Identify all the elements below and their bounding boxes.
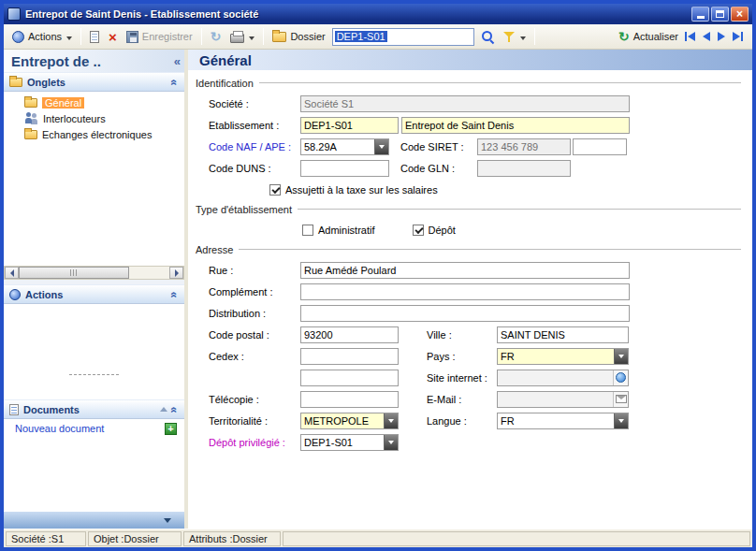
chevron-down-icon <box>519 31 526 42</box>
tree-item-general[interactable]: Général <box>4 94 184 110</box>
territorialite-combo[interactable]: METROPOLE <box>300 413 399 429</box>
pays-combo[interactable]: FR <box>497 348 629 365</box>
scrollbar-track[interactable] <box>19 267 169 279</box>
scroll-right-button[interactable] <box>169 267 183 279</box>
rue-field[interactable]: Rue Amédé Poulard <box>300 262 630 279</box>
scroll-left-button[interactable] <box>5 267 19 279</box>
naf-dropdown-button[interactable] <box>374 139 388 154</box>
tree-item-echanges[interactable]: Echanges électroniques <box>4 126 184 142</box>
maximize-button[interactable] <box>711 7 729 22</box>
etablissement-nom-field[interactable]: Entrepot de Saint Denis <box>401 117 630 134</box>
panel-header-onglets[interactable]: Onglets <box>4 72 184 92</box>
search-button[interactable] <box>478 28 497 45</box>
cedex-pays-row: Cedex : Pays : FR <box>209 345 743 367</box>
complement-field[interactable] <box>300 283 630 300</box>
administratif-label: Administratif <box>318 225 375 236</box>
depot-checkbox[interactable] <box>413 225 424 236</box>
onglets-tree: Général Interlocuteurs Echanges électron… <box>4 92 184 266</box>
tree-item-label: Général <box>42 97 84 109</box>
taxe-checkbox[interactable] <box>269 184 281 196</box>
ville-label: Ville : <box>427 329 497 341</box>
etablissement-code-field[interactable]: DEP1-S01 <box>300 117 399 134</box>
depot-privilegie-combo[interactable]: DEP1-S01 <box>300 434 399 451</box>
globe-icon <box>616 372 626 383</box>
horizontal-scrollbar[interactable] <box>4 266 184 280</box>
nouveau-document-link[interactable]: Nouveau document <box>15 423 165 434</box>
cedex-field[interactable] <box>300 348 399 365</box>
sidebar-footer <box>4 512 184 529</box>
next-record-button[interactable] <box>718 32 725 41</box>
chevron-up-icon[interactable] <box>167 406 184 413</box>
dossier-button[interactable]: Dossier <box>269 29 327 44</box>
telecopie-field[interactable] <box>300 391 399 408</box>
form-content: Identification Société : Société S1 Etab… <box>188 70 752 529</box>
naf-combo[interactable]: 58.29A <box>300 138 389 155</box>
minimize-button[interactable] <box>691 7 709 22</box>
depot-privilegie-label: Dépôt privilégié : <box>209 437 300 448</box>
titlebar: Entrepot de Saint Denis - Etablissement … <box>4 4 752 24</box>
actions-label: Actions <box>28 31 62 42</box>
chevron-up-icon[interactable] <box>167 79 184 85</box>
panel-header-documents[interactable]: Documents <box>4 399 184 419</box>
group-line <box>259 82 741 84</box>
close-button[interactable] <box>731 7 749 22</box>
email-button[interactable] <box>613 392 628 407</box>
filter-button[interactable] <box>501 29 529 45</box>
group-line <box>239 249 741 251</box>
add-document-button[interactable]: + <box>165 423 177 435</box>
site-internet-field[interactable] <box>497 370 629 386</box>
site-internet-button[interactable] <box>613 370 628 385</box>
distribution-row: Distribution : <box>209 302 743 324</box>
administratif-checkbox[interactable] <box>302 225 313 236</box>
search-icon <box>481 30 494 43</box>
folder-icon <box>9 78 22 87</box>
scroll-down-icon[interactable] <box>164 518 171 523</box>
langue-combo[interactable]: FR <box>497 413 629 429</box>
distribution-field[interactable] <box>300 305 630 322</box>
gln-field <box>477 160 571 177</box>
tree-item-interlocuteurs[interactable]: Interlocuteurs <box>4 110 184 126</box>
last-record-button[interactable] <box>733 32 743 41</box>
email-field[interactable] <box>497 391 629 408</box>
tree-item-label: Echanges électroniques <box>42 129 152 140</box>
new-button[interactable] <box>87 29 102 45</box>
actions-menu-button[interactable]: Actions <box>9 29 75 45</box>
refresh-button[interactable] <box>208 28 225 45</box>
save-button[interactable]: Enregistrer <box>124 29 196 45</box>
telephone-field[interactable] <box>300 370 399 386</box>
cedex-label: Cedex : <box>209 351 300 362</box>
onglets-title: Onglets <box>27 77 167 88</box>
chevron-up-icon[interactable] <box>167 291 184 297</box>
telecopie-email-row: Télécopie : E-Mail : <box>209 388 743 410</box>
langue-dropdown-button[interactable] <box>614 413 628 428</box>
dossier-search-input[interactable]: DEP1-S01 <box>332 28 474 46</box>
code-postal-field[interactable]: 93200 <box>300 326 399 343</box>
naf-label: Code NAF / APE : <box>209 141 300 152</box>
main-pane: Général Identification Société : Société… <box>188 50 752 529</box>
print-button[interactable] <box>227 29 257 45</box>
print-icon <box>230 34 244 43</box>
splitter-dots-icon <box>68 373 121 376</box>
type-row: Administratif Dépôt <box>209 219 743 240</box>
status-empty <box>283 531 750 546</box>
depot-privilegie-dropdown-button[interactable] <box>384 435 398 450</box>
site-internet-label: Site internet : <box>427 372 497 384</box>
grip-icon <box>70 269 79 276</box>
panel-header-actions[interactable]: Actions <box>4 284 184 304</box>
scrollbar-thumb[interactable] <box>19 267 129 279</box>
toolbar-separator <box>80 28 81 45</box>
ville-field[interactable]: SAINT DENIS <box>497 326 629 343</box>
territorialite-dropdown-button[interactable] <box>384 413 398 428</box>
delete-button[interactable] <box>106 29 120 45</box>
previous-record-button[interactable] <box>703 32 710 41</box>
actualiser-button[interactable]: Actualiser <box>616 28 681 45</box>
depot-privilegie-row: Dépôt privilégié : DEP1-S01 <box>209 431 743 453</box>
first-record-button[interactable] <box>685 32 695 41</box>
duns-field[interactable] <box>300 160 389 177</box>
pays-dropdown-button[interactable] <box>614 349 628 364</box>
telephone-site-row: Site internet : <box>209 367 743 388</box>
redacted-label <box>209 372 300 384</box>
siret-nic-field[interactable] <box>573 138 627 155</box>
save-label: Enregistrer <box>142 31 193 42</box>
collapse-sidebar-icon[interactable] <box>174 52 181 69</box>
